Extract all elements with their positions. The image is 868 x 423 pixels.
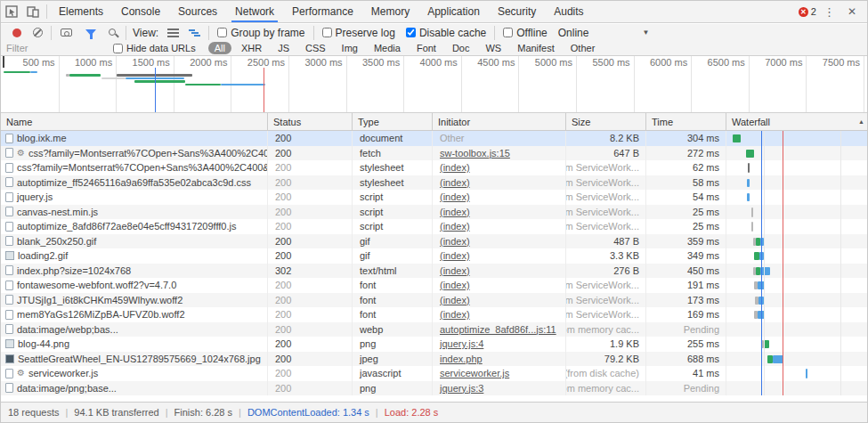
initiator-link[interactable]: (index) xyxy=(440,236,470,247)
request-row[interactable]: index.php?size=1024x768302text/html(inde… xyxy=(1,264,867,279)
tab-performance[interactable]: Performance xyxy=(283,1,362,22)
filter-type-css[interactable]: CSS xyxy=(299,42,332,54)
size-cell: 79.2 KB xyxy=(566,352,646,367)
filter-type-ws[interactable]: WS xyxy=(479,42,507,54)
screenshot-capture-icon[interactable] xyxy=(61,28,72,37)
status-cell: 200 xyxy=(268,248,353,264)
initiator-link[interactable]: (index) xyxy=(440,295,470,305)
request-row[interactable]: ⚙serviceworker.js200javascriptservicewor… xyxy=(1,366,867,381)
filter-type-all[interactable]: All xyxy=(208,42,231,54)
initiator-link[interactable]: (index) xyxy=(440,280,470,290)
filter-type-font[interactable]: Font xyxy=(410,42,442,54)
request-row[interactable]: css?family=Montserrat%7COpen+Sans%3A400%… xyxy=(1,160,867,175)
request-row[interactable]: ⚙css?family=Montserrat%7COpen+Sans%3A400… xyxy=(1,146,867,161)
size-cell: (from ServiceWork... xyxy=(566,278,646,293)
column-header-status[interactable]: Status xyxy=(268,113,353,130)
tab-memory[interactable]: Memory xyxy=(362,1,418,22)
tab-application[interactable]: Application xyxy=(418,1,489,22)
kebab-menu-icon[interactable]: ⋮ xyxy=(818,5,840,19)
initiator-link[interactable]: (index) xyxy=(440,191,470,202)
tab-sources[interactable]: Sources xyxy=(169,1,226,22)
disable-cache-checkbox[interactable]: Disable cache xyxy=(406,27,486,39)
timeline-tick-label: 1500 ms xyxy=(115,57,170,68)
filter-type-img[interactable]: Img xyxy=(336,42,364,54)
time-cell: 272 ms xyxy=(646,146,726,161)
filter-input[interactable] xyxy=(1,43,106,54)
filter-type-manifest[interactable]: Manifest xyxy=(511,42,561,54)
request-row[interactable]: data:image/webp;bas...200webpautoptimize… xyxy=(1,322,867,338)
column-header-type[interactable]: Type xyxy=(353,113,433,130)
initiator-link[interactable]: sw-toolbox.js:15 xyxy=(440,148,510,159)
initiator-link[interactable]: (index) xyxy=(440,250,470,261)
request-row[interactable]: autoptimize_8afd86f72ae8e04e5cff94317209… xyxy=(1,219,867,234)
time-cell: 173 ms xyxy=(646,293,726,308)
initiator-link[interactable]: serviceworker.js xyxy=(440,368,509,378)
request-row[interactable]: loading2.gif200gif(index)3.3 KB349 ms xyxy=(1,248,867,264)
waterfall-bar-gray xyxy=(751,222,753,232)
filter-type-doc[interactable]: Doc xyxy=(446,42,476,54)
timeline-overview[interactable]: 500 ms1000 ms1500 ms2000 ms2500 ms3000 m… xyxy=(1,56,867,113)
status-cell: 200 xyxy=(268,160,353,175)
request-row[interactable]: JTUSjIg1_i6t8kCHKm459Wlhyw.woff2200font(… xyxy=(1,293,867,308)
request-row[interactable]: data:image/png;base...200pngjquery.js:3(… xyxy=(1,381,867,396)
tab-audits[interactable]: Audits xyxy=(545,1,592,22)
request-row[interactable]: mem8YaGs126MiZpBA-UFVZ0b.woff2200font(in… xyxy=(1,307,867,322)
filter-funnel-icon[interactable] xyxy=(85,29,96,36)
initiator-link[interactable]: autoptimize_8afd86f...js:11 xyxy=(440,324,556,335)
filter-type-js[interactable]: JS xyxy=(272,42,296,54)
close-icon[interactable]: ✕ xyxy=(842,5,862,18)
request-row[interactable]: canvas-nest.min.js200script(index)(from … xyxy=(1,205,867,220)
initiator-cell: (index) xyxy=(433,160,566,175)
initiator-link[interactable]: (index) xyxy=(440,309,470,320)
filter-type-other[interactable]: Other xyxy=(564,42,602,54)
initiator-cell: jquery.js:3 xyxy=(433,381,566,396)
initiator-link[interactable]: index.php xyxy=(440,354,483,364)
search-icon[interactable] xyxy=(109,28,116,36)
waterfall-view-icon[interactable] xyxy=(189,28,200,37)
tab-network[interactable]: Network xyxy=(226,1,283,22)
inspect-element-icon[interactable] xyxy=(1,1,22,22)
request-row[interactable]: fontawesome-webfont.woff2?v=4.7.0200font… xyxy=(1,278,867,293)
large-rows-view-icon[interactable] xyxy=(167,28,179,37)
column-header-waterfall[interactable]: Waterfall▲ xyxy=(726,113,868,130)
tab-security[interactable]: Security xyxy=(489,1,545,22)
request-row[interactable]: blank_250x250.gif200gif(index)487 B359 m… xyxy=(1,234,867,249)
size-cell: 3.3 KB xyxy=(566,248,646,264)
throttling-dropdown[interactable]: Online ▼ xyxy=(558,27,650,39)
device-toolbar-icon[interactable] xyxy=(22,1,44,22)
column-header-size[interactable]: Size xyxy=(566,113,646,130)
tab-elements[interactable]: Elements xyxy=(50,1,112,22)
request-name-cell: data:image/webp;bas... xyxy=(1,322,268,338)
group-by-frame-checkbox[interactable]: Group by frame xyxy=(217,27,304,39)
error-count-badge[interactable]: ✕ 2 xyxy=(799,6,816,17)
offline-checkbox[interactable]: Offline xyxy=(503,27,547,39)
file-icon xyxy=(5,281,13,290)
size-cell: 8.2 KB xyxy=(566,131,646,146)
column-header-time[interactable]: Time xyxy=(646,113,726,130)
initiator-link[interactable]: (index) xyxy=(440,221,470,232)
tab-console[interactable]: Console xyxy=(112,1,169,22)
record-button[interactable] xyxy=(12,28,21,37)
request-row[interactable]: blog.ixk.me200documentOther8.2 KB304 ms xyxy=(1,131,867,146)
load-event-line xyxy=(264,68,264,112)
status-cell: 200 xyxy=(268,337,353,352)
request-name-cell: ⚙serviceworker.js xyxy=(1,366,268,381)
status-cell: 200 xyxy=(268,190,353,205)
initiator-link[interactable]: jquery.js:4 xyxy=(440,338,483,349)
initiator-link[interactable]: (index) xyxy=(440,177,470,188)
request-row[interactable]: jquery.js200script(index)(from ServiceWo… xyxy=(1,190,867,205)
initiator-link[interactable]: (index) xyxy=(440,265,470,276)
hide-data-urls-checkbox[interactable]: Hide data URLs xyxy=(113,43,196,53)
initiator-link[interactable]: jquery.js:3 xyxy=(440,383,483,394)
filter-type-media[interactable]: Media xyxy=(368,42,407,54)
request-row[interactable]: blog-44.png200pngjquery.js:41.9 KB255 ms xyxy=(1,337,867,352)
initiator-link[interactable]: (index) xyxy=(440,162,470,173)
column-header-initiator[interactable]: Initiator xyxy=(433,113,566,130)
filter-type-xhr[interactable]: XHR xyxy=(235,42,268,54)
preserve-log-checkbox[interactable]: Preserve log xyxy=(322,27,395,39)
initiator-link[interactable]: (index) xyxy=(440,207,470,217)
request-row[interactable]: autoptimize_ff52465116a9a69ffa535e02abca… xyxy=(1,175,867,191)
clear-icon[interactable] xyxy=(33,28,43,37)
request-row[interactable]: SeattleGreatWheel_EN-US12789575669_1024x… xyxy=(1,352,867,367)
column-header-name[interactable]: Name xyxy=(1,113,268,130)
